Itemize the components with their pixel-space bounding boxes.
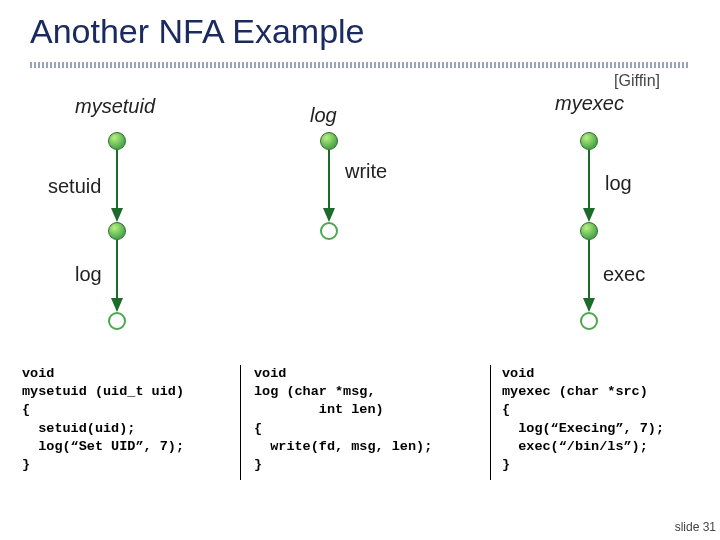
edge-label-setuid: setuid xyxy=(48,175,101,198)
code-mysetuid: void mysetuid (uid_t uid) { setuid(uid);… xyxy=(22,365,184,474)
slide-number: slide 31 xyxy=(675,520,716,534)
node-myexec-start xyxy=(580,132,598,150)
node-mysetuid-start xyxy=(108,132,126,150)
header-mysetuid: mysetuid xyxy=(75,95,155,118)
slide-title: Another NFA Example xyxy=(30,12,365,51)
node-mysetuid-mid xyxy=(108,222,126,240)
node-myexec-mid xyxy=(580,222,598,240)
node-log-start xyxy=(320,132,338,150)
edge-label-exec: exec xyxy=(603,263,645,286)
node-mysetuid-end xyxy=(108,312,126,330)
edge-label-log-left: log xyxy=(75,263,102,286)
header-log: log xyxy=(310,104,337,127)
node-myexec-end xyxy=(580,312,598,330)
code-log: void log (char *msg, int len) { write(fd… xyxy=(254,365,432,474)
node-log-end xyxy=(320,222,338,240)
code-divider-1 xyxy=(240,365,241,480)
citation: [Giffin] xyxy=(614,72,660,90)
code-divider-2 xyxy=(490,365,491,480)
code-myexec: void myexec (char *src) { log(“Execing”,… xyxy=(502,365,664,474)
edge-label-log-right: log xyxy=(605,172,632,195)
header-myexec: myexec xyxy=(555,92,624,115)
title-underline xyxy=(30,62,690,68)
edge-label-write: write xyxy=(345,160,387,183)
